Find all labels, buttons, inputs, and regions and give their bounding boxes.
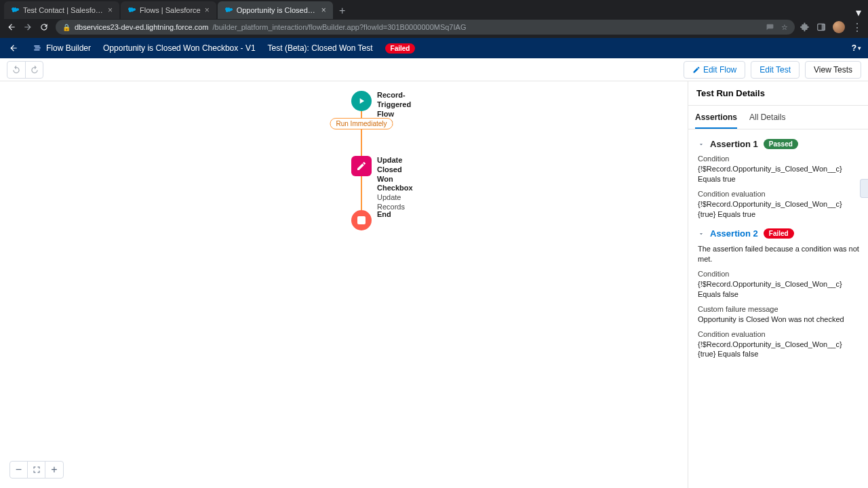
url-host: dbservices23-dev-ed.lightning.force.com — [75, 23, 209, 31]
browser-toolbar: 🔒 dbservices23-dev-ed.lightning.force.co… — [0, 19, 868, 38]
update-records-icon — [351, 156, 372, 176]
assertion-status-badge: Failed — [764, 228, 794, 239]
flow-node-end[interactable]: End — [351, 210, 391, 230]
redo-button[interactable] — [25, 62, 43, 78]
reload-icon[interactable] — [38, 21, 50, 33]
tabs-overflow-icon[interactable]: ▾ — [856, 6, 868, 19]
chrome-actions: ⋮ — [800, 21, 863, 34]
edit-test-button[interactable]: Edit Test — [751, 61, 800, 79]
run-immediately-pill[interactable]: Run Immediately — [330, 118, 393, 129]
chevron-down-icon — [698, 141, 705, 148]
main-area: Record-Triggered Flow Start Run Immediat… — [0, 81, 868, 488]
test-run-details-panel: Test Run Details Assertions All Details … — [688, 81, 868, 488]
panel-title: Test Run Details — [688, 81, 868, 106]
nav-buttons — [5, 21, 50, 33]
edit-test-label: Edit Test — [760, 65, 791, 75]
close-icon[interactable]: × — [321, 5, 326, 15]
forward-icon[interactable] — [22, 21, 34, 33]
extensions-icon[interactable] — [800, 22, 810, 32]
chevron-down-icon — [698, 230, 705, 237]
browser-tab[interactable]: Opportunity is Closed Won Ch × — [218, 1, 333, 19]
detail-value: Opportunity is Closed Won was not checke… — [698, 314, 861, 325]
assertion-status-badge: Passed — [764, 139, 798, 149]
assertion-intro: The assertion failed because a condition… — [698, 244, 861, 264]
detail-label: Condition evaluation — [698, 190, 861, 198]
profile-avatar[interactable] — [833, 21, 845, 33]
connector-line — [361, 176, 362, 210]
flow-name: Opportunity is Closed Won Checkbox - V1 — [103, 43, 256, 53]
edit-flow-label: Edit Flow — [703, 65, 736, 75]
close-icon[interactable]: × — [108, 5, 113, 15]
zoom-fit-button[interactable] — [28, 462, 45, 478]
end-icon — [351, 210, 372, 230]
flow-builder-label: Flow Builder — [33, 43, 91, 53]
tab-title: Flows | Salesforce — [140, 6, 201, 14]
start-icon — [351, 91, 372, 111]
detail-value: {!$Record.Opportunity_is_Closed_Won__c} … — [698, 279, 861, 300]
assertion-block: Assertion 2FailedThe assertion failed be… — [698, 228, 861, 359]
flow-builder-icon — [33, 43, 42, 53]
detail-label: Condition — [698, 270, 861, 278]
assertion-title[interactable]: Assertion 2 — [710, 228, 758, 239]
action-bar: Edit Flow Edit Test View Tests — [0, 58, 868, 81]
start-title: Record-Triggered Flow — [377, 91, 411, 119]
tab-title: Test Contact | Salesforce — [23, 6, 104, 14]
detail-label: Condition evaluation — [698, 330, 861, 338]
bookmark-icon[interactable]: ☆ — [781, 23, 788, 32]
undo-button[interactable] — [7, 62, 25, 78]
salesforce-favicon — [224, 6, 233, 14]
detail-value: {!$Record.Opportunity_is_Closed_Won__c} … — [698, 340, 861, 360]
url-path: /builder_platform_interaction/flowBuilde… — [213, 23, 467, 31]
back-icon[interactable] — [5, 21, 18, 33]
flow-canvas[interactable]: Record-Triggered Flow Start Run Immediat… — [0, 81, 688, 488]
update-title: Update Closed Won Checkbox — [377, 156, 413, 193]
end-label: End — [377, 210, 391, 220]
salesforce-favicon — [127, 6, 136, 14]
details-tabs: Assertions All Details — [688, 106, 868, 129]
assertion-header[interactable]: Assertion 2Failed — [698, 228, 861, 239]
detail-label: Condition — [698, 155, 861, 163]
zoom-out-button[interactable]: − — [10, 462, 28, 478]
view-tests-label: View Tests — [814, 65, 852, 75]
assertion-block: Assertion 1PassedCondition{!$Record.Oppo… — [698, 139, 861, 219]
detail-label: Custom failure message — [698, 305, 861, 313]
close-icon[interactable]: × — [205, 5, 210, 15]
edit-flow-button[interactable]: Edit Flow — [684, 61, 745, 79]
test-name: Test (Beta): Closed Won Test — [268, 43, 373, 53]
panel-collapse-handle[interactable] — [860, 179, 868, 198]
install-app-icon[interactable] — [766, 23, 774, 32]
lock-icon: 🔒 — [62, 24, 71, 31]
panel-icon[interactable] — [816, 22, 826, 32]
browser-chrome: Test Contact | Salesforce × Flows | Sale… — [0, 0, 868, 38]
app-header: Flow Builder Opportunity is Closed Won C… — [0, 38, 868, 58]
zoom-controls: − + — [9, 461, 64, 479]
browser-tab[interactable]: Test Contact | Salesforce × — [4, 1, 119, 19]
assertion-header[interactable]: Assertion 1Passed — [698, 139, 861, 149]
back-button[interactable] — [7, 41, 20, 55]
tab-title: Opportunity is Closed Won Ch — [237, 6, 317, 14]
undo-redo-group — [7, 61, 43, 79]
help-menu[interactable]: ?▾ — [852, 43, 861, 53]
assertion-title: Assertion 1 — [710, 139, 758, 149]
salesforce-favicon — [11, 6, 19, 14]
status-badge: Failed — [385, 43, 416, 54]
tab-all-details[interactable]: All Details — [749, 106, 785, 129]
new-tab-button[interactable]: + — [334, 3, 351, 19]
app-name: Flow Builder — [46, 43, 91, 53]
detail-value: {!$Record.Opportunity_is_Closed_Won__c} … — [698, 199, 861, 220]
svg-rect-1 — [822, 24, 825, 30]
detail-value: {!$Record.Opportunity_is_Closed_Won__c} … — [698, 164, 861, 184]
view-tests-button[interactable]: View Tests — [805, 61, 861, 79]
browser-tabbar: Test Contact | Salesforce × Flows | Sale… — [0, 0, 868, 19]
tab-assertions[interactable]: Assertions — [695, 106, 737, 129]
chrome-menu-icon[interactable]: ⋮ — [852, 21, 863, 34]
zoom-in-button[interactable]: + — [45, 462, 63, 478]
browser-tab[interactable]: Flows | Salesforce × — [121, 1, 216, 19]
address-bar[interactable]: 🔒 dbservices23-dev-ed.lightning.force.co… — [56, 20, 795, 35]
update-subtitle: Update Records — [377, 193, 413, 212]
